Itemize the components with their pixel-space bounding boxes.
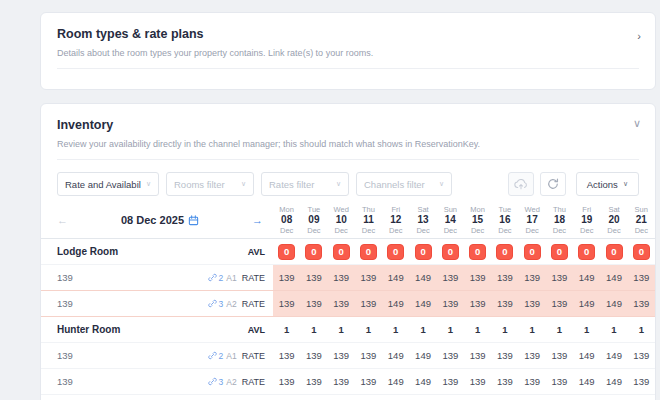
- rate-cell[interactable]: 149: [600, 350, 627, 361]
- rate-cell[interactable]: 149: [573, 272, 600, 283]
- availability-cell[interactable]: 0: [382, 244, 409, 260]
- rate-link-group[interactable]: 3A2: [208, 377, 237, 387]
- rate-cell[interactable]: 139: [300, 298, 327, 309]
- availability-badge[interactable]: 0: [469, 244, 486, 260]
- rate-cell[interactable]: 139: [519, 272, 546, 283]
- availability-cell[interactable]: 1: [328, 324, 355, 335]
- rate-cell[interactable]: 139: [464, 272, 491, 283]
- availability-cell[interactable]: 1: [519, 324, 546, 335]
- rate-cell[interactable]: 139: [328, 376, 355, 387]
- rate-cell[interactable]: 139: [273, 298, 300, 309]
- availability-cell[interactable]: 1: [355, 324, 382, 335]
- rate-cell[interactable]: 149: [382, 272, 409, 283]
- rate-cell[interactable]: 149: [600, 272, 627, 283]
- availability-cell[interactable]: 1: [409, 324, 436, 335]
- availability-badge[interactable]: 0: [415, 244, 432, 260]
- availability-cell[interactable]: 0: [519, 244, 546, 260]
- availability-cell[interactable]: 1: [573, 324, 600, 335]
- rate-cell[interactable]: 139: [464, 350, 491, 361]
- availability-cell[interactable]: 0: [546, 244, 573, 260]
- rate-cell[interactable]: 149: [600, 298, 627, 309]
- availability-cell[interactable]: 0: [273, 244, 300, 260]
- availability-cell[interactable]: 0: [628, 244, 655, 260]
- expand-chevron-icon[interactable]: ›: [637, 30, 641, 42]
- rate-link-group[interactable]: 2A1: [208, 273, 237, 283]
- rate-link-group[interactable]: 2A1: [208, 351, 237, 361]
- availability-cell[interactable]: 1: [382, 324, 409, 335]
- rate-cell[interactable]: 139: [437, 350, 464, 361]
- rates-filter-select[interactable]: Rates filter ∨: [261, 172, 349, 196]
- rate-cell[interactable]: 139: [355, 272, 382, 283]
- rate-cell[interactable]: 139: [546, 298, 573, 309]
- channels-filter-select[interactable]: Channels filter ∨: [356, 172, 452, 196]
- rate-cell[interactable]: 149: [382, 298, 409, 309]
- rate-cell[interactable]: 139: [491, 298, 518, 309]
- rate-cell[interactable]: 149: [409, 350, 436, 361]
- availability-badge[interactable]: 0: [305, 244, 322, 260]
- availability-badge[interactable]: 0: [524, 244, 541, 260]
- availability-cell[interactable]: 0: [573, 244, 600, 260]
- availability-cell[interactable]: 1: [464, 324, 491, 335]
- rate-cell[interactable]: 149: [409, 298, 436, 309]
- rooms-filter-select[interactable]: Rooms filter ∨: [166, 172, 254, 196]
- rate-cell[interactable]: 149: [573, 298, 600, 309]
- rate-cell[interactable]: 139: [328, 350, 355, 361]
- rate-cell[interactable]: 139: [519, 350, 546, 361]
- rate-cell[interactable]: 139: [437, 272, 464, 283]
- rate-cell[interactable]: 139: [491, 376, 518, 387]
- rate-cell[interactable]: 139: [628, 298, 655, 309]
- availability-cell[interactable]: 0: [300, 244, 327, 260]
- rate-cell[interactable]: 139: [273, 376, 300, 387]
- rate-cell[interactable]: 149: [382, 350, 409, 361]
- availability-badge[interactable]: 0: [278, 244, 295, 260]
- availability-cell[interactable]: 0: [328, 244, 355, 260]
- availability-badge[interactable]: 0: [333, 244, 350, 260]
- rate-cell[interactable]: 139: [355, 350, 382, 361]
- availability-cell[interactable]: 1: [600, 324, 627, 335]
- availability-cell[interactable]: 0: [355, 244, 382, 260]
- rate-cell[interactable]: 139: [300, 376, 327, 387]
- rate-cell[interactable]: 139: [355, 376, 382, 387]
- rate-cell[interactable]: 149: [573, 376, 600, 387]
- view-select[interactable]: Rate and Availability ∨: [57, 172, 159, 196]
- rate-cell[interactable]: 139: [355, 298, 382, 309]
- availability-cell[interactable]: 1: [628, 324, 655, 335]
- refresh-button[interactable]: [540, 172, 566, 196]
- rate-cell[interactable]: 139: [628, 272, 655, 283]
- rate-cell[interactable]: 149: [409, 376, 436, 387]
- rate-cell[interactable]: 139: [491, 350, 518, 361]
- rate-cell[interactable]: 139: [464, 298, 491, 309]
- rate-cell[interactable]: 139: [273, 272, 300, 283]
- availability-cell[interactable]: 1: [273, 324, 300, 335]
- rate-cell[interactable]: 139: [300, 272, 327, 283]
- availability-cell[interactable]: 0: [600, 244, 627, 260]
- rate-cell[interactable]: 139: [519, 376, 546, 387]
- rate-cell[interactable]: 149: [409, 272, 436, 283]
- availability-cell[interactable]: 1: [546, 324, 573, 335]
- rate-cell[interactable]: 149: [600, 376, 627, 387]
- rate-cell[interactable]: 139: [300, 350, 327, 361]
- availability-cell[interactable]: 0: [464, 244, 491, 260]
- availability-badge[interactable]: 0: [606, 244, 623, 260]
- availability-cell[interactable]: 0: [437, 244, 464, 260]
- availability-badge[interactable]: 0: [387, 244, 404, 260]
- collapse-chevron-icon[interactable]: ∨: [633, 117, 641, 130]
- availability-cell[interactable]: 1: [437, 324, 464, 335]
- rate-cell[interactable]: 139: [328, 298, 355, 309]
- availability-badge[interactable]: 0: [496, 244, 513, 260]
- availability-badge[interactable]: 0: [442, 244, 459, 260]
- availability-cell[interactable]: 0: [409, 244, 436, 260]
- cloud-upload-button[interactable]: [508, 172, 534, 196]
- availability-badge[interactable]: 0: [633, 244, 650, 260]
- rate-cell[interactable]: 139: [519, 298, 546, 309]
- current-date-button[interactable]: 08 Dec 2025: [68, 214, 252, 226]
- rate-link-group[interactable]: 3A2: [208, 299, 237, 309]
- next-date-button[interactable]: →: [252, 214, 263, 226]
- rate-cell[interactable]: 139: [437, 376, 464, 387]
- availability-cell[interactable]: 1: [300, 324, 327, 335]
- rate-cell[interactable]: 139: [491, 272, 518, 283]
- rate-cell[interactable]: 139: [628, 350, 655, 361]
- rate-cell[interactable]: 149: [382, 376, 409, 387]
- rate-cell[interactable]: 139: [546, 376, 573, 387]
- rate-cell[interactable]: 139: [464, 376, 491, 387]
